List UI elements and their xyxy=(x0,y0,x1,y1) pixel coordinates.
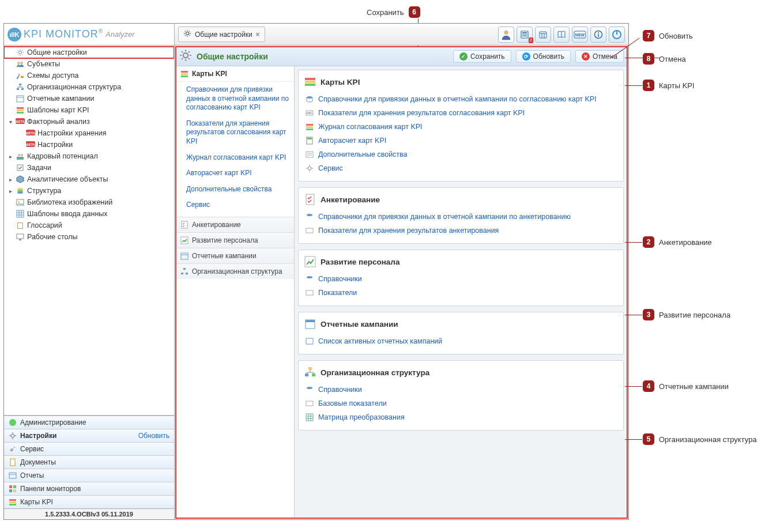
panel-link[interactable]: ABCПоказатели для хранения результатов с… xyxy=(304,106,617,120)
bnav-admin[interactable]: Администрирование xyxy=(4,416,174,429)
tree-kpi-templates[interactable]: Шаблоны карт KPI xyxy=(4,104,174,116)
callout-1: 1Карты KPI xyxy=(643,80,695,91)
tree-subjects[interactable]: Субъекты xyxy=(4,58,174,70)
power-button[interactable] xyxy=(609,27,625,43)
panel-org: Организационная структура Справочники Ба… xyxy=(298,360,624,431)
tree-hr-potential[interactable]: ▸Кадровый потенциал xyxy=(4,150,174,162)
np-link[interactable]: Авторасчет карт KPI xyxy=(176,165,294,182)
svg-point-56 xyxy=(11,434,14,437)
tab-general-settings[interactable]: Общие настройки × xyxy=(178,27,265,42)
np-link[interactable]: Сервис xyxy=(176,197,294,213)
panel-link[interactable]: Показатели xyxy=(304,286,617,300)
expand-icon[interactable]: ▸ xyxy=(7,176,13,183)
panel-link[interactable]: Список активных отчетных кампаний xyxy=(304,334,617,348)
bnav-service[interactable]: Сервис xyxy=(4,442,174,455)
org-icon xyxy=(16,82,25,92)
svg-point-38 xyxy=(21,154,23,156)
bnav-monitors[interactable]: Панели мониторов xyxy=(4,482,174,495)
tree-general-settings[interactable]: Общие настройки xyxy=(4,47,174,58)
panel-link[interactable]: Авторасчет карт KPI xyxy=(304,134,617,148)
bnav-reports[interactable]: Отчеты xyxy=(4,469,174,482)
svg-rect-78 xyxy=(305,78,315,80)
np-cat-staff[interactable]: Развитие персонала xyxy=(176,232,294,248)
calendar-icon xyxy=(180,252,189,260)
np-label: Карты KPI xyxy=(192,70,227,78)
panel-link[interactable]: Справочники xyxy=(304,272,617,286)
bnav-settings[interactable]: НастройкиОбновить xyxy=(4,429,174,442)
lead-line xyxy=(625,315,642,315)
panel-reports: Отчетные кампании Список активных отчетн… xyxy=(298,312,624,354)
np-kpi-title[interactable]: Карты KPI xyxy=(176,66,294,82)
svg-rect-65 xyxy=(9,501,16,503)
panel-link[interactable]: Дополнительные свойства xyxy=(304,148,617,161)
abc-icon xyxy=(306,227,314,235)
panel-link[interactable]: Справочники xyxy=(304,383,617,397)
bnav-kpi-cards[interactable]: Карты KPI xyxy=(4,495,174,508)
tree-glossary[interactable]: Глоссарий xyxy=(4,220,174,231)
checklist-icon xyxy=(180,221,189,229)
np-cat-anket[interactable]: Анкетирование xyxy=(176,217,294,232)
gear-icon xyxy=(179,49,192,63)
panel-link[interactable]: Справочники для привязки данных в отчетн… xyxy=(304,92,617,106)
tree-dashboards[interactable]: Рабочие столы xyxy=(4,231,174,243)
notifications-button[interactable]: 2 xyxy=(517,27,533,43)
np-link[interactable]: Журнал согласования карт KPI xyxy=(176,150,294,166)
tree-report-campaigns[interactable]: Отчетные кампании xyxy=(4,93,174,104)
panel-staff: Развитие персонала Справочники Показател… xyxy=(298,250,624,306)
book-button[interactable] xyxy=(553,27,570,43)
growth-icon xyxy=(304,256,316,267)
expand-icon[interactable]: ▾ xyxy=(7,119,13,125)
panel-link[interactable]: Показатели для хранения результатов анке… xyxy=(304,224,617,237)
log-icon xyxy=(306,123,314,131)
svg-rect-68 xyxy=(181,71,188,73)
np-cat-reports[interactable]: Отчетные кампании xyxy=(176,248,294,263)
panel-title: Отчетные кампании xyxy=(321,320,398,329)
calendar-button[interactable] xyxy=(535,27,551,43)
panel-link[interactable]: Базовые показатели xyxy=(304,397,617,410)
tree-factor-analysis[interactable]: ▾BETAФакторный анализ xyxy=(4,116,174,127)
avatar-button[interactable] xyxy=(498,27,514,43)
panel-link[interactable]: Справочники для привязки данных в отчетн… xyxy=(304,210,617,224)
np-link[interactable]: Показатели для хранения результатов согл… xyxy=(176,116,294,150)
cancel-button[interactable]: ✕Отмена xyxy=(575,50,624,63)
np-cat-org[interactable]: Организационная структура xyxy=(176,263,294,279)
cube-icon xyxy=(16,175,25,184)
panel-link[interactable]: Журнал согласования карт KPI xyxy=(304,120,617,134)
svg-rect-100 xyxy=(306,320,315,322)
tree-structure[interactable]: ▸Структура xyxy=(4,185,174,197)
tree-input-templates[interactable]: Шаблоны ввода данных xyxy=(4,208,174,220)
expand-icon[interactable]: ▸ xyxy=(7,188,13,194)
svg-point-45 xyxy=(18,201,20,203)
tree-label: Организационная структура xyxy=(27,83,121,91)
svg-point-55 xyxy=(9,419,16,426)
np-link[interactable]: Справочники для привязки данных в отчетн… xyxy=(176,82,294,116)
tree-factor-settings[interactable]: BETAНастройки xyxy=(4,139,174,150)
tree-org-structure[interactable]: Организационная структура xyxy=(4,81,174,93)
tree-access-schemes[interactable]: Схемы доступа xyxy=(4,70,174,81)
save-button[interactable]: ✓Сохранить xyxy=(453,50,511,63)
callout-label: Развитие персонала xyxy=(659,311,730,319)
tree-factor-storage[interactable]: BETAНастройки хранения xyxy=(4,127,174,139)
refresh-button[interactable]: ⟳Обновить xyxy=(516,50,571,63)
tree-label: Шаблоны карт KPI xyxy=(27,106,89,114)
admin-icon xyxy=(9,418,17,427)
new-button[interactable]: NEW xyxy=(572,27,588,43)
abc-icon xyxy=(306,289,314,297)
tree-label: Рабочие столы xyxy=(27,233,77,241)
np-link[interactable]: Дополнительные свойства xyxy=(176,182,294,198)
svg-rect-93 xyxy=(306,194,314,205)
expand-icon[interactable]: ▸ xyxy=(7,153,13,160)
tree-label: Кадровый потенциал xyxy=(27,152,98,160)
info-button[interactable] xyxy=(590,27,606,43)
close-icon: ✕ xyxy=(582,52,590,61)
tree-image-library[interactable]: Библиотека изображений xyxy=(4,197,174,208)
svg-rect-77 xyxy=(186,273,188,274)
panel-link[interactable]: Матрица преобразования xyxy=(304,410,617,424)
tree-analytic-objects[interactable]: ▸Аналитические объекты xyxy=(4,173,174,185)
bnav-refresh-link[interactable]: Обновить xyxy=(138,432,169,440)
panel-link[interactable]: Сервис xyxy=(304,161,617,175)
close-icon[interactable]: × xyxy=(256,31,260,39)
bnav-documents[interactable]: Документы xyxy=(4,455,174,469)
svg-point-105 xyxy=(307,387,312,389)
tree-tasks[interactable]: Задачи xyxy=(4,162,174,173)
